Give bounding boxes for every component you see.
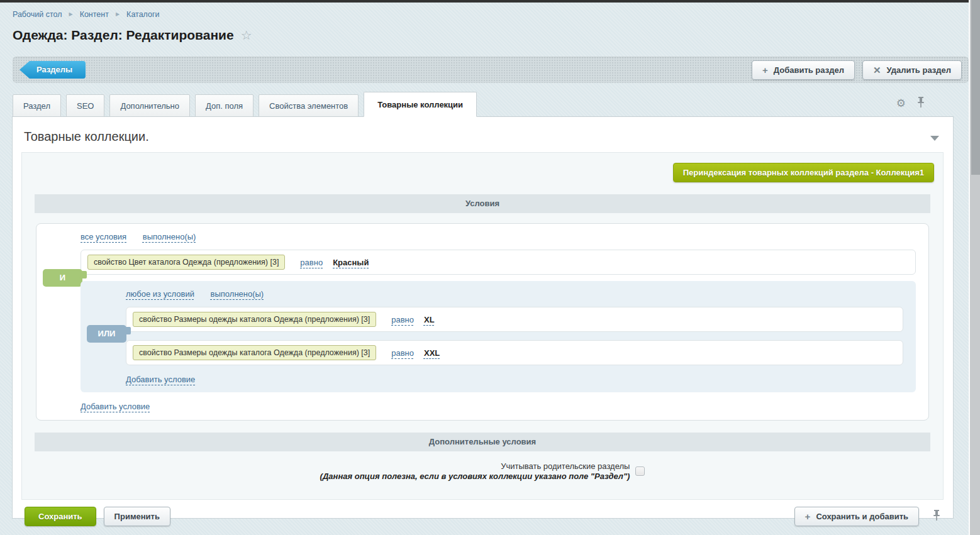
tab-svoystva-elementov[interactable]: Свойства элементов <box>259 94 359 117</box>
tab-dopolnitelno[interactable]: Дополнительно <box>109 94 190 117</box>
breadcrumb-separator-icon: ▶ <box>116 11 120 17</box>
parent-sections-option: Учитывать родительские разделы (Данная о… <box>22 461 943 481</box>
or-operator-label: ИЛИ <box>87 325 126 343</box>
context-toolbar: Разделы + Добавить раздел ✕ Удалить разд… <box>13 57 969 83</box>
parent-sections-note: (Данная опция полезна, если в условиях к… <box>320 472 630 481</box>
condition-value-link[interactable]: XXL <box>424 348 440 358</box>
or-group: любое из условий выполнено(ы) свойство Р… <box>81 281 916 392</box>
conditions-header: Условия <box>35 194 930 213</box>
page-title: Одежда: Раздел: Редактирование <box>13 28 234 43</box>
breadcrumb-link-desktop[interactable]: Рабочий стол <box>13 10 62 19</box>
scrollbar-thumb[interactable] <box>971 0 980 175</box>
delete-section-button[interactable]: ✕ Удалить раздел <box>862 60 962 80</box>
or-scope-link[interactable]: любое из условий <box>126 289 194 299</box>
parent-sections-checkbox[interactable] <box>635 466 645 476</box>
settings-gear-icon[interactable]: ⚙ <box>896 98 906 109</box>
condition-field-tag[interactable]: свойство Цвет каталога Одежда (предложен… <box>87 255 285 270</box>
tab-seo[interactable]: SEO <box>66 94 104 117</box>
condition-row-size-xxl: свойство Размеры одежды каталога Одежда … <box>126 340 903 365</box>
comparison-link[interactable]: равно <box>391 315 414 324</box>
reindex-button[interactable]: Периндексация товарных коллекций раздела… <box>673 163 934 182</box>
or-group-controls: любое из условий выполнено(ы) <box>81 289 916 299</box>
form-footer: Сохранить Применить + Сохранить и добави… <box>13 500 953 526</box>
or-state-link[interactable]: выполнено(ы) <box>211 289 264 299</box>
root-group-controls: все условия выполнено(ы) <box>36 232 922 241</box>
breadcrumb: Рабочий стол ▶ Контент ▶ Каталоги <box>13 10 160 19</box>
condition-value-link[interactable]: XL <box>424 315 435 324</box>
form-area: Периндексация товарных коллекций раздела… <box>21 152 944 500</box>
breadcrumb-link-catalogs[interactable]: Каталоги <box>126 10 159 19</box>
page-title-row: Одежда: Раздел: Редактирование ☆ <box>13 28 252 43</box>
pin-icon-glyph <box>917 96 925 108</box>
pin-icon-glyph <box>933 509 940 521</box>
add-section-button[interactable]: + Добавить раздел <box>752 60 855 80</box>
pin-icon[interactable] <box>933 509 940 524</box>
save-add-label: Сохранить и добавить <box>816 507 908 526</box>
save-button[interactable]: Сохранить <box>25 507 96 526</box>
breadcrumb-separator-icon: ▶ <box>69 11 72 17</box>
conditions-box: все условия выполнено(ы) свойство Цвет к… <box>36 223 929 421</box>
condition-value-link[interactable]: Красный <box>333 258 369 267</box>
section-heading: Товарные коллекции. <box>13 117 953 146</box>
root-scope-link[interactable]: все условия <box>81 232 126 241</box>
tabs-row: Раздел SEO Дополнительно Доп. поля Свойс… <box>0 92 954 117</box>
and-operator-label: И <box>43 269 82 287</box>
add-condition-link[interactable]: Добавить условие <box>126 375 195 384</box>
extra-conditions-header: Дополнительные условия <box>35 433 930 451</box>
add-section-label: Добавить раздел <box>774 61 844 79</box>
favorite-star-icon[interactable]: ☆ <box>241 28 252 43</box>
save-add-button[interactable]: + Сохранить и добавить <box>794 507 919 526</box>
apply-button[interactable]: Применить <box>104 507 170 526</box>
scrollbar-track[interactable] <box>969 0 980 535</box>
tab-dop-polya[interactable]: Доп. поля <box>195 94 253 117</box>
comparison-link[interactable]: равно <box>300 258 323 267</box>
condition-row-color: свойство Цвет каталога Одежда (предложен… <box>81 250 916 275</box>
pin-icon[interactable] <box>917 96 925 111</box>
add-condition-link[interactable]: Добавить условие <box>81 402 150 411</box>
x-icon: ✕ <box>873 65 881 75</box>
condition-field-tag[interactable]: свойство Размеры одежды каталога Одежда … <box>133 345 376 360</box>
parent-sections-label: Учитывать родительские разделы <box>320 461 630 471</box>
plus-icon: + <box>805 512 811 521</box>
delete-section-label: Удалить раздел <box>886 61 951 79</box>
collapse-arrow-icon[interactable] <box>930 136 939 141</box>
breadcrumb-link-content[interactable]: Контент <box>80 10 109 19</box>
condition-field-tag[interactable]: свойство Размеры одежды каталога Одежда … <box>133 312 376 327</box>
comparison-link[interactable]: равно <box>391 348 414 358</box>
root-state-link[interactable]: выполнено(ы) <box>143 232 196 241</box>
plus-icon: + <box>762 65 768 75</box>
sections-back-button[interactable]: Разделы <box>19 61 86 79</box>
tab-tovarnye-kollekcii[interactable]: Товарные коллекции <box>364 92 477 117</box>
condition-row-size-xl: свойство Размеры одежды каталога Одежда … <box>126 307 903 332</box>
content-panel: Товарные коллекции. Периндексация товарн… <box>12 116 954 519</box>
top-dark-bar <box>0 0 969 3</box>
tab-razdel[interactable]: Раздел <box>13 94 61 117</box>
